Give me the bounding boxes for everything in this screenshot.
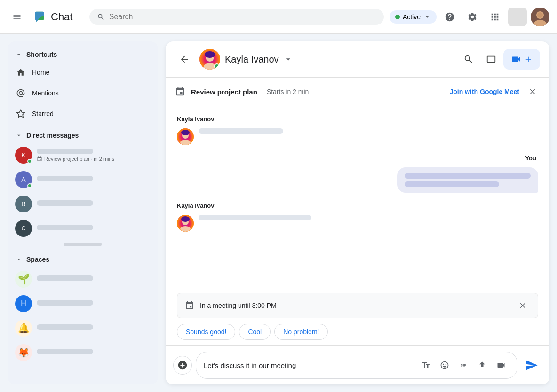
join-meet-button[interactable]: Join with Google Meet: [449, 88, 519, 95]
upload-button[interactable]: [474, 357, 491, 374]
sender-name-2: Kayla Ivanov: [177, 202, 538, 209]
dm-content-0: Review project plan · in 2 mins: [37, 149, 147, 162]
user-avatar[interactable]: [531, 8, 549, 26]
video-message-button[interactable]: [493, 357, 509, 374]
contact-chevron-icon: [284, 55, 293, 64]
sender-name-0: Kayla Ivanov: [177, 116, 538, 123]
menu-button[interactable]: [8, 8, 26, 26]
dm-item-3[interactable]: C: [8, 216, 154, 241]
gif-button[interactable]: [455, 357, 472, 374]
meeting-banner-icon: [175, 86, 185, 97]
kayla-bubble-bar-2: [199, 215, 311, 220]
chevron-down-icon: [423, 13, 431, 21]
quick-reply-0[interactable]: Sounds good!: [177, 324, 235, 340]
apps-icon: [490, 12, 500, 22]
quick-reply-2[interactable]: No problem!: [274, 324, 328, 340]
shortcuts-header[interactable]: Shortcuts: [8, 47, 158, 62]
chevron-dm-icon: [15, 132, 23, 139]
dm-avatar-1: A: [15, 171, 32, 188]
messages-area: Kayla Ivanov: [166, 106, 549, 293]
dm-online-dot-0: [27, 159, 32, 164]
meeting-status-icon: [185, 301, 194, 310]
calendar-small-icon: [37, 156, 42, 162]
dismiss-meeting-button[interactable]: [515, 298, 530, 313]
video-add-icon: [524, 55, 533, 63]
spaces-title: Spaces: [26, 256, 49, 263]
dm-content-2: [37, 200, 147, 208]
search-bar[interactable]: [89, 9, 383, 25]
self-bubble-bar-0: [405, 173, 531, 179]
video-call-icon: [511, 54, 521, 64]
kayla-message-avatar-2: [177, 215, 194, 232]
chat-search-button[interactable]: [458, 49, 479, 70]
account-switcher[interactable]: [508, 8, 527, 26]
app-title: Chat: [51, 11, 72, 23]
space-content-0: [37, 275, 147, 283]
space-content-2: [37, 324, 147, 332]
help-button[interactable]: [440, 8, 459, 26]
dm-sub-text-0: Review project plan · in 2 mins: [44, 156, 114, 162]
space-item-2[interactable]: 🔔: [8, 316, 154, 340]
dm-item-0[interactable]: K Review project plan · in 2 mins: [8, 143, 154, 167]
user-avatar-image: [531, 8, 549, 26]
self-bubble: [397, 167, 538, 193]
space-content-1: [37, 300, 147, 307]
quick-reply-1[interactable]: Cool: [239, 324, 271, 340]
kayla-msg-avatar-img: [177, 128, 194, 145]
space-item-3[interactable]: 🦊: [8, 340, 154, 365]
self-bubble-bar-1: [405, 181, 499, 187]
dm-sub-0: Review project plan · in 2 mins: [37, 156, 147, 162]
direct-messages-header[interactable]: Direct messages: [8, 128, 158, 143]
chat-panel: Kayla Ivanov: [166, 41, 549, 384]
kayla-msg-row-2: [177, 215, 538, 232]
space-item-0[interactable]: 🌱: [8, 267, 154, 291]
close-banner-button[interactable]: [525, 84, 540, 99]
send-button[interactable]: [521, 355, 542, 376]
chat-header: Kayla Ivanov: [166, 41, 549, 78]
star-icon: [15, 108, 26, 119]
message-group-0: Kayla Ivanov: [177, 116, 538, 145]
back-icon: [179, 54, 190, 64]
sidebar-item-starred[interactable]: Starred: [8, 103, 154, 124]
chat-window-button[interactable]: [481, 49, 501, 70]
direct-messages-title: Direct messages: [26, 132, 79, 139]
space-name-2: [37, 324, 93, 330]
sidebar: Shortcuts Home Mentions: [8, 41, 158, 384]
dm-avatar-0: K: [15, 147, 32, 164]
status-button[interactable]: Active: [390, 10, 437, 24]
emoji-button[interactable]: [436, 357, 453, 374]
main-content: Shortcuts Home Mentions: [0, 34, 557, 392]
settings-icon: [467, 12, 477, 22]
home-label: Home: [32, 69, 49, 76]
space-item-1[interactable]: H: [8, 291, 154, 316]
apps-button[interactable]: [485, 8, 504, 26]
help-icon: [445, 12, 455, 22]
sidebar-scrollbar: [64, 243, 102, 246]
back-button[interactable]: [175, 50, 194, 69]
mentions-label: Mentions: [32, 89, 59, 97]
sidebar-item-mentions[interactable]: Mentions: [8, 83, 154, 103]
dm-content-1: [37, 176, 147, 183]
video-call-button[interactable]: [503, 49, 540, 70]
chat-logo-icon: [32, 9, 47, 24]
dm-item-1[interactable]: A: [8, 167, 154, 192]
add-attachment-button[interactable]: [173, 356, 192, 375]
sidebar-item-home[interactable]: Home: [8, 62, 154, 83]
emoji-icon: [440, 361, 449, 370]
svg-point-11: [180, 140, 191, 145]
spaces-header[interactable]: Spaces: [8, 252, 158, 267]
search-input[interactable]: [109, 13, 376, 21]
svg-point-12: [181, 130, 190, 135]
settings-button[interactable]: [463, 8, 482, 26]
chat-contact[interactable]: Kayla Ivanov: [199, 49, 293, 70]
kayla-bubble-2: [199, 215, 311, 220]
format-text-button[interactable]: [417, 357, 434, 374]
kayla-message-avatar-0: [177, 128, 194, 145]
message-input[interactable]: [204, 361, 414, 369]
chat-search-icon: [463, 54, 474, 64]
dm-name-3: [37, 225, 93, 230]
svg-point-4: [537, 12, 543, 18]
dm-item-2[interactable]: B: [8, 192, 154, 216]
top-bar: Chat Active: [0, 0, 557, 34]
meeting-status-text: In a meeting until 3:00 PM: [200, 302, 277, 309]
